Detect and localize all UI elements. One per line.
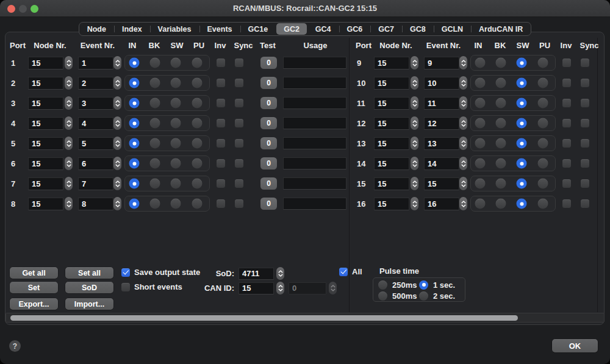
radio-in[interactable] (129, 118, 140, 129)
export-button[interactable]: Export... (10, 298, 58, 310)
node-nr-input[interactable] (374, 198, 409, 210)
usage-input[interactable] (283, 198, 346, 210)
event-nr-input[interactable] (424, 77, 459, 90)
radio-bk[interactable] (150, 179, 160, 189)
node-nr-input[interactable] (374, 137, 409, 150)
radio-sw[interactable] (517, 138, 527, 149)
inv-checkbox[interactable] (562, 199, 571, 208)
tab[interactable]: GC6 (339, 23, 371, 35)
node-nr-input[interactable] (28, 137, 63, 150)
radio-pu[interactable] (538, 159, 548, 169)
radio-in[interactable] (475, 179, 486, 189)
node-nr-stepper[interactable] (411, 76, 418, 90)
pulse-option-500ms[interactable]: 500ms (378, 290, 419, 301)
test-button[interactable]: 0 (260, 57, 277, 69)
event-nr-input[interactable] (424, 198, 459, 210)
node-nr-stepper[interactable] (411, 56, 418, 70)
sync-checkbox[interactable] (235, 99, 243, 107)
radio-bk[interactable] (150, 98, 160, 109)
radio-pu[interactable] (538, 118, 548, 129)
radio-sw[interactable] (171, 118, 181, 129)
event-nr-input[interactable] (78, 77, 113, 90)
test-button[interactable]: 0 (260, 77, 277, 89)
node-nr-stepper[interactable] (411, 137, 418, 150)
event-nr-stepper[interactable] (459, 76, 467, 90)
event-nr-stepper[interactable] (459, 137, 467, 150)
sync-checkbox[interactable] (235, 159, 243, 168)
sync-checkbox[interactable] (235, 79, 243, 87)
radio-in[interactable] (129, 138, 140, 149)
test-button[interactable]: 0 (260, 117, 277, 129)
radio-sw[interactable] (171, 159, 181, 169)
radio-in[interactable] (129, 159, 140, 169)
test-button[interactable]: 0 (260, 157, 277, 170)
node-nr-stepper[interactable] (65, 197, 73, 210)
radio-sw[interactable] (171, 98, 181, 109)
set-button[interactable]: Set (10, 282, 58, 293)
radio-pu[interactable] (538, 98, 548, 109)
sync-checkbox[interactable] (235, 139, 243, 148)
sync-checkbox[interactable] (581, 139, 589, 148)
tab[interactable]: GC1e (240, 23, 276, 35)
help-button[interactable]: ? (9, 340, 21, 352)
radio-in[interactable] (129, 199, 140, 209)
sod-stepper[interactable] (276, 267, 284, 280)
radio-bk[interactable] (150, 58, 160, 68)
sync-checkbox[interactable] (581, 179, 589, 188)
usage-input[interactable] (283, 117, 346, 129)
usage-input[interactable] (283, 177, 346, 190)
inv-checkbox[interactable] (562, 99, 571, 107)
get-all-button[interactable]: Get all (10, 267, 58, 279)
tab[interactable]: GCLN (434, 23, 471, 35)
pulse-option-250ms[interactable]: 250ms (378, 279, 419, 290)
sync-checkbox[interactable] (235, 119, 243, 127)
radio-pu[interactable] (538, 78, 548, 88)
node-nr-input[interactable] (28, 97, 63, 110)
node-nr-stepper[interactable] (65, 96, 73, 110)
test-button[interactable]: 0 (260, 198, 277, 210)
radio-pu[interactable] (192, 179, 203, 189)
node-nr-stepper[interactable] (411, 177, 418, 190)
radio-500ms[interactable] (378, 291, 387, 301)
usage-input[interactable] (283, 97, 346, 109)
sync-checkbox[interactable] (235, 199, 243, 208)
event-nr-stepper[interactable] (459, 56, 467, 70)
radio-bk[interactable] (150, 78, 160, 88)
node-nr-stepper[interactable] (65, 56, 73, 70)
radio-bk[interactable] (496, 179, 506, 189)
ok-button[interactable]: OK (552, 339, 598, 352)
inv-checkbox[interactable] (562, 79, 571, 87)
radio-in[interactable] (129, 58, 140, 68)
event-nr-input[interactable] (424, 177, 459, 190)
radio-sw[interactable] (171, 199, 181, 209)
node-nr-stepper[interactable] (65, 116, 73, 130)
radio-sw[interactable] (517, 118, 527, 129)
usage-input[interactable] (283, 137, 346, 149)
event-nr-stepper[interactable] (459, 116, 467, 130)
event-nr-stepper[interactable] (459, 157, 467, 170)
event-nr-stepper[interactable] (113, 116, 121, 130)
radio-250ms[interactable] (378, 280, 387, 290)
event-nr-input[interactable] (424, 97, 459, 110)
node-nr-input[interactable] (374, 57, 409, 70)
sync-checkbox[interactable] (581, 119, 589, 127)
event-nr-stepper[interactable] (113, 157, 121, 170)
radio-in[interactable] (475, 199, 486, 209)
event-nr-stepper[interactable] (113, 177, 121, 190)
event-nr-stepper[interactable] (113, 96, 121, 110)
scrollbar-thumb[interactable] (10, 315, 518, 321)
sync-checkbox[interactable] (581, 79, 589, 87)
tab[interactable]: GC8 (402, 23, 434, 35)
node-nr-input[interactable] (28, 198, 63, 210)
sod-button[interactable]: SoD (65, 282, 113, 293)
test-button[interactable]: 0 (260, 97, 277, 109)
event-nr-input[interactable] (78, 117, 113, 130)
sod-input[interactable] (239, 268, 274, 280)
inv-checkbox[interactable] (217, 119, 225, 127)
event-nr-input[interactable] (78, 157, 113, 170)
radio-2sec[interactable] (419, 291, 428, 301)
save-output-state-checkbox[interactable] (121, 268, 130, 277)
event-nr-input[interactable] (78, 198, 113, 210)
radio-sw[interactable] (517, 78, 527, 88)
radio-bk[interactable] (150, 199, 160, 209)
